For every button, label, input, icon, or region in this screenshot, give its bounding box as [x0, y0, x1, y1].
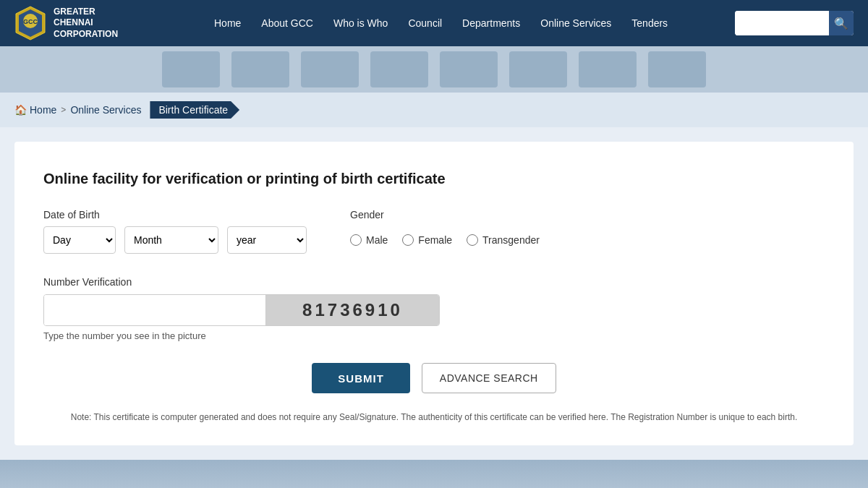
- nav-who[interactable]: Who is Who: [333, 17, 388, 29]
- submit-button[interactable]: SUBMIT: [312, 363, 410, 393]
- year-select[interactable]: year 2024202320222021 2020201920182017 2…: [227, 226, 307, 254]
- gender-female-label: Female: [418, 234, 452, 246]
- nav-departments[interactable]: Departments: [462, 17, 520, 29]
- gender-transgender-label: Transgender: [482, 234, 540, 246]
- nav-home[interactable]: Home: [214, 17, 241, 29]
- gcc-logo: GCC: [14, 5, 46, 41]
- gender-group: Gender Male Female Transgender: [350, 209, 540, 254]
- nav-tenders[interactable]: Tenders: [631, 17, 668, 29]
- header: GCC GREATER CHENNAI CORPORATION Home Abo…: [0, 0, 868, 46]
- gender-male-option[interactable]: Male: [350, 234, 388, 246]
- form-row-dob-gender: Date of Birth Day 12345 678910 111213141…: [43, 209, 825, 254]
- gender-male-radio[interactable]: [350, 234, 362, 246]
- verification-section: Number Verification 81736910 Type the nu…: [43, 275, 825, 341]
- verification-input[interactable]: [44, 295, 265, 325]
- form-title: Online facility for verification or prin…: [43, 171, 825, 187]
- dob-label: Date of Birth: [43, 209, 307, 221]
- banner-strip: [0, 46, 868, 93]
- search-input[interactable]: [735, 11, 829, 35]
- breadcrumb-home-link[interactable]: 🏠 Home: [14, 104, 56, 116]
- breadcrumb-separator-1: >: [61, 105, 66, 115]
- gender-label: Gender: [350, 209, 540, 221]
- svg-text:GCC: GCC: [23, 18, 38, 25]
- advance-search-button[interactable]: ADVANCE SEARCH: [422, 363, 556, 393]
- day-select[interactable]: Day 12345 678910 1112131415 1617181920 2…: [43, 226, 116, 254]
- buttons-row: SUBMIT ADVANCE SEARCH: [43, 363, 825, 393]
- banner-thumb-6: [509, 51, 567, 87]
- gender-female-option[interactable]: Female: [402, 234, 452, 246]
- note-text: Note: This certificate is computer gener…: [43, 411, 825, 424]
- breadcrumb-online-link[interactable]: Online Services: [70, 104, 141, 116]
- logo-text: GREATER CHENNAI CORPORATION: [54, 7, 118, 40]
- gender-female-radio[interactable]: [402, 234, 414, 246]
- captcha-hint: Type the number you see in the picture: [43, 330, 825, 341]
- banner-thumb-7: [579, 51, 637, 87]
- dob-group: Date of Birth Day 12345 678910 111213141…: [43, 209, 307, 254]
- home-icon: 🏠: [14, 104, 27, 116]
- banner-thumb-5: [440, 51, 498, 87]
- form-card: Online facility for verification or prin…: [14, 142, 854, 445]
- footer-bg: [0, 460, 868, 488]
- nav-council[interactable]: Council: [408, 17, 442, 29]
- banner-thumb-2: [231, 51, 289, 87]
- banner-thumb-3: [301, 51, 359, 87]
- banner-thumb-8: [648, 51, 706, 87]
- gender-transgender-radio[interactable]: [467, 234, 478, 246]
- month-select[interactable]: Month JanuaryFebruaryMarch AprilMayJune …: [124, 226, 218, 254]
- search-area: 🔍: [735, 11, 854, 35]
- verification-inputs: 81736910: [43, 294, 440, 326]
- captcha-display: 81736910: [265, 295, 439, 325]
- search-button[interactable]: 🔍: [829, 11, 854, 35]
- main-content: Online facility for verification or prin…: [0, 127, 868, 460]
- banner-thumb-1: [162, 51, 220, 87]
- breadcrumb-current: Birth Certificate: [150, 101, 239, 119]
- main-nav: Home About GCC Who is Who Council Depart…: [147, 17, 735, 29]
- dob-selects: Day 12345 678910 1112131415 1617181920 2…: [43, 226, 307, 254]
- banner-thumb-4: [370, 51, 428, 87]
- gender-male-label: Male: [366, 234, 388, 246]
- verification-label: Number Verification: [43, 276, 132, 288]
- gender-transgender-option[interactable]: Transgender: [467, 234, 540, 246]
- logo-area: GCC GREATER CHENNAI CORPORATION: [14, 5, 118, 41]
- gender-options: Male Female Transgender: [350, 226, 540, 254]
- nav-online-services[interactable]: Online Services: [540, 17, 611, 29]
- nav-about[interactable]: About GCC: [261, 17, 313, 29]
- breadcrumb: 🏠 Home > Online Services Birth Certifica…: [0, 93, 868, 127]
